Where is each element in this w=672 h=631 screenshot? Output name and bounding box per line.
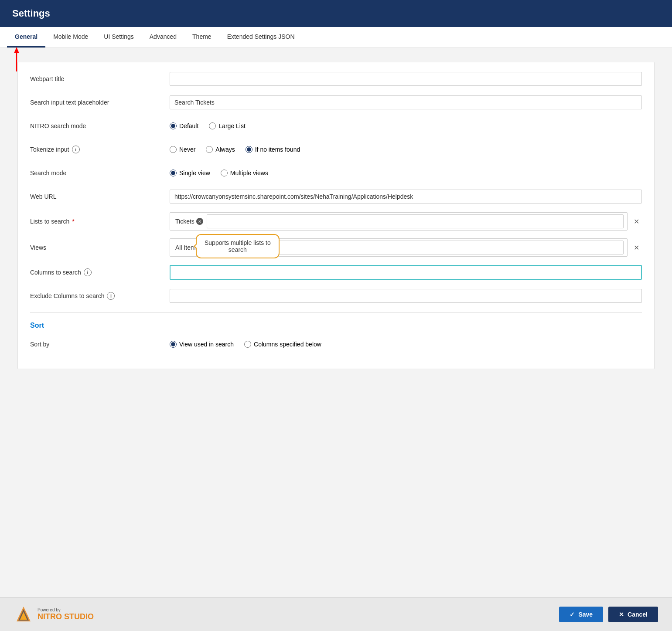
views-control: All Items ✕ ✕ Supports multiple lists to… (170, 238, 642, 257)
sort-by-group: View used in search Columns specified be… (170, 341, 642, 348)
tab-theme[interactable]: Theme (184, 27, 219, 47)
all-items-tag: All Items ✕ (174, 243, 209, 252)
all-items-tag-close[interactable]: ✕ (201, 244, 208, 251)
views-row: Views All Items ✕ ✕ Supports multiple li… (30, 238, 642, 257)
tab-ui-settings[interactable]: UI Settings (96, 27, 141, 47)
nitro-search-mode-control: Default Large List (170, 122, 642, 129)
exclude-columns-control (170, 289, 642, 303)
settings-header: Settings (0, 0, 672, 27)
cancel-button[interactable]: ✕ Cancel (608, 607, 658, 622)
exclude-columns-input[interactable] (170, 289, 642, 303)
lists-to-search-control: Tickets ✕ ✕ (170, 212, 642, 231)
exclude-columns-row: Exclude Columns to search i (30, 288, 642, 304)
lists-to-search-label: Lists to search * (30, 218, 170, 225)
tab-advanced[interactable]: Advanced (142, 27, 184, 47)
settings-title: Settings (12, 8, 50, 19)
search-mode-group: Single view Multiple views (170, 170, 642, 176)
tab-bar: General Mobile Mode UI Settings Advanced… (0, 27, 672, 48)
svg-marker-1 (14, 47, 19, 53)
tokenize-always[interactable]: Always (206, 146, 235, 153)
lists-clear-button[interactable]: ✕ (631, 217, 642, 226)
tickets-tag: Tickets ✕ (174, 217, 205, 226)
nitro-search-mode-large-list[interactable]: Large List (209, 122, 245, 129)
views-tag-input-row[interactable]: All Items ✕ (170, 238, 628, 257)
webpart-title-row: Webpart title (30, 71, 642, 87)
columns-info-icon[interactable]: i (84, 268, 92, 276)
sort-by-label: Sort by (30, 341, 170, 348)
search-mode-single[interactable]: Single view (170, 170, 210, 176)
general-form-section: Webpart title Search input text placehol… (17, 62, 655, 369)
sort-by-row: Sort by View used in search Columns spec… (30, 336, 642, 352)
sort-by-view-used[interactable]: View used in search (170, 341, 234, 348)
footer-logo: Powered by NITRO STUDIO (14, 605, 94, 624)
studio-text: STUDIO (64, 612, 94, 621)
search-mode-control: Single view Multiple views (170, 170, 642, 176)
columns-to-search-label: Columns to search i (30, 268, 170, 276)
tokenize-info-icon[interactable]: i (72, 146, 80, 153)
search-mode-multiple[interactable]: Multiple views (221, 170, 268, 176)
columns-to-search-control (170, 265, 642, 280)
views-tag-row-wrapper: All Items ✕ ✕ (170, 238, 642, 257)
sort-section-title: Sort (30, 322, 642, 329)
tickets-tag-close[interactable]: ✕ (196, 218, 203, 225)
tab-general[interactable]: General (7, 27, 45, 47)
search-placeholder-row: Search input text placeholder (30, 95, 642, 110)
footer-buttons: ✓ Save ✕ Cancel (559, 607, 658, 622)
nitro-search-mode-default[interactable]: Default (170, 122, 198, 129)
columns-to-search-row: Columns to search i (30, 265, 642, 280)
web-url-row: Web URL (30, 189, 642, 204)
search-mode-row: Search mode Single view Multiple views (30, 165, 642, 181)
all-items-tag-label: All Items (175, 244, 199, 251)
exclude-columns-label: Exclude Columns to search i (30, 292, 170, 300)
tokenize-never[interactable]: Never (170, 146, 195, 153)
tokenize-group: Never Always If no items found (170, 146, 642, 153)
tokenize-input-row: Tokenize input i Never Always If no item… (30, 142, 642, 157)
nitro-studio-brand: NITRO STUDIO (38, 612, 94, 621)
required-indicator: * (72, 218, 74, 225)
webpart-title-label: Webpart title (30, 75, 170, 82)
web-url-input[interactable] (170, 190, 642, 204)
main-content: Webpart title Search input text placehol… (0, 48, 672, 597)
sort-divider (30, 312, 642, 313)
search-placeholder-control (170, 95, 642, 109)
search-placeholder-label: Search input text placeholder (30, 99, 170, 106)
nitro-search-mode-group: Default Large List (170, 122, 642, 129)
tickets-tag-label: Tickets (175, 218, 194, 225)
views-tag-input[interactable] (211, 241, 624, 254)
exclude-columns-info-icon[interactable]: i (107, 292, 115, 300)
lists-tag-input-row[interactable]: Tickets ✕ (170, 212, 628, 231)
views-label: Views (30, 244, 170, 251)
tokenize-if-no-items[interactable]: If no items found (246, 146, 300, 153)
red-arrow-annotation (12, 46, 33, 72)
tokenize-input-control: Never Always If no items found (170, 146, 642, 153)
save-checkmark-icon: ✓ (570, 611, 575, 618)
views-clear-button[interactable]: ✕ (631, 244, 642, 252)
powered-by-text: Powered by (38, 607, 94, 612)
webpart-title-input[interactable] (170, 72, 642, 86)
webpart-title-control (170, 72, 642, 86)
tab-extended-settings[interactable]: Extended Settings JSON (219, 27, 303, 47)
search-placeholder-input[interactable] (170, 95, 642, 109)
nitro-search-mode-row: NITRO search mode Default Large List (30, 118, 642, 134)
sort-by-columns[interactable]: Columns specified below (244, 341, 321, 348)
tab-mobile-mode[interactable]: Mobile Mode (45, 27, 96, 47)
footer: Powered by NITRO STUDIO ✓ Save ✕ Cancel (0, 597, 672, 631)
nitro-search-mode-label: NITRO search mode (30, 122, 170, 129)
lists-tag-row-wrapper: Tickets ✕ ✕ (170, 212, 642, 231)
nitro-logo-icon (14, 605, 33, 624)
nitro-logo-text: Powered by NITRO STUDIO (38, 607, 94, 621)
web-url-control (170, 190, 642, 204)
search-mode-label: Search mode (30, 170, 170, 176)
tokenize-input-label: Tokenize input i (30, 146, 170, 153)
sort-by-control: View used in search Columns specified be… (170, 341, 642, 348)
columns-to-search-input[interactable] (170, 265, 642, 280)
save-button[interactable]: ✓ Save (559, 607, 603, 622)
web-url-label: Web URL (30, 193, 170, 200)
nitro-highlight: NITRO (38, 612, 62, 621)
cancel-x-icon: ✕ (619, 611, 624, 618)
lists-tag-input[interactable] (207, 214, 624, 228)
lists-to-search-row: Lists to search * Tickets ✕ ✕ (30, 212, 642, 231)
